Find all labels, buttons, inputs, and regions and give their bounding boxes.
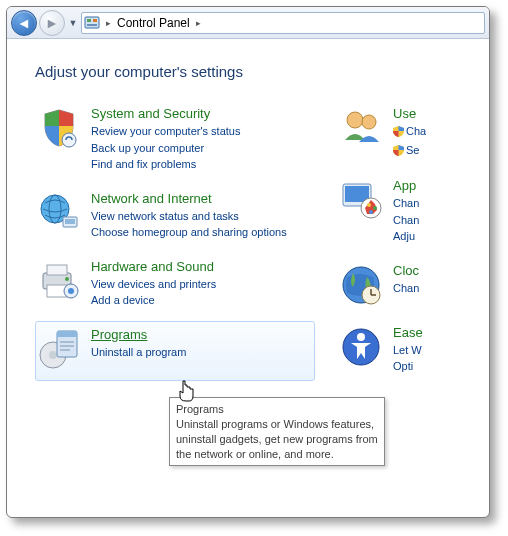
category-link[interactable]: Chan: [393, 280, 419, 297]
svg-rect-2: [93, 19, 97, 22]
category-link[interactable]: View network status and tasks: [91, 208, 287, 225]
back-button[interactable]: ◄: [11, 10, 37, 36]
forward-button[interactable]: ►: [39, 10, 65, 36]
svg-rect-18: [57, 331, 77, 337]
category-link[interactable]: Adju: [393, 228, 419, 245]
tooltip-title: Programs: [176, 402, 378, 417]
category-link[interactable]: Add a device: [91, 292, 216, 309]
clock-globe-icon: [339, 263, 383, 307]
svg-rect-8: [65, 219, 75, 224]
category-user-accounts[interactable]: Use Cha Se: [339, 100, 481, 170]
category-title[interactable]: Programs: [91, 327, 186, 342]
category-link[interactable]: Review your computer's status: [91, 123, 240, 140]
svg-rect-19: [60, 341, 74, 343]
breadcrumb-item[interactable]: Control Panel: [117, 16, 190, 30]
category-title[interactable]: Ease: [393, 325, 423, 340]
svg-rect-1: [87, 19, 91, 22]
category-title[interactable]: Cloc: [393, 263, 419, 278]
svg-rect-3: [87, 24, 97, 26]
category-title[interactable]: App: [393, 178, 419, 193]
svg-rect-10: [47, 265, 67, 275]
svg-point-12: [65, 277, 69, 281]
svg-point-28: [373, 206, 377, 210]
uac-shield-icon: [393, 125, 404, 142]
category-network-internet[interactable]: Network and Internet View network status…: [35, 185, 315, 251]
category-title[interactable]: Use: [393, 106, 426, 121]
svg-point-29: [369, 210, 373, 214]
svg-point-22: [347, 112, 363, 128]
programs-icon: [37, 327, 81, 371]
svg-point-14: [68, 288, 74, 294]
category-link[interactable]: Let W: [393, 342, 423, 359]
category-link[interactable]: Se: [393, 142, 426, 161]
category-appearance[interactable]: App Chan Chan Adju: [339, 172, 481, 255]
tooltip-body: Uninstall programs or Windows features, …: [176, 417, 378, 462]
printer-icon: [37, 259, 81, 303]
svg-point-35: [357, 333, 365, 341]
chevron-right-icon: ▸: [104, 18, 113, 28]
category-link[interactable]: Back up your computer: [91, 140, 240, 157]
control-panel-icon: [84, 15, 100, 31]
svg-point-4: [62, 133, 76, 147]
category-columns: System and Security Review your computer…: [35, 100, 481, 387]
category-programs[interactable]: Programs Uninstall a program: [35, 321, 315, 381]
page-title: Adjust your computer's settings: [35, 63, 481, 80]
category-hardware-sound[interactable]: Hardware and Sound View devices and prin…: [35, 253, 315, 319]
nav-history-dropdown[interactable]: ▼: [67, 10, 79, 36]
left-column: System and Security Review your computer…: [35, 100, 315, 387]
category-link[interactable]: Choose homegroup and sharing options: [91, 224, 287, 241]
globe-network-icon: [37, 191, 81, 235]
category-link[interactable]: Find and fix problems: [91, 156, 240, 173]
category-link[interactable]: Chan: [393, 195, 419, 212]
shield-icon: [37, 106, 81, 150]
users-icon: [339, 106, 383, 150]
svg-rect-0: [85, 17, 99, 28]
content-area: Adjust your computer's settings: [7, 39, 489, 395]
svg-point-23: [362, 115, 376, 129]
svg-point-16: [49, 351, 57, 359]
category-link[interactable]: Uninstall a program: [91, 344, 186, 361]
address-bar[interactable]: ▸ Control Panel ▸: [81, 12, 485, 34]
category-link[interactable]: View devices and printers: [91, 276, 216, 293]
category-clock[interactable]: Cloc Chan: [339, 257, 481, 317]
category-system-security[interactable]: System and Security Review your computer…: [35, 100, 315, 183]
category-title[interactable]: System and Security: [91, 106, 240, 121]
svg-rect-21: [60, 349, 70, 351]
svg-rect-20: [60, 345, 74, 347]
arrow-right-icon: ►: [45, 16, 59, 30]
ease-of-access-icon: [339, 325, 383, 369]
category-link[interactable]: Opti: [393, 358, 423, 375]
appearance-icon: [339, 178, 383, 222]
chevron-right-icon: ▸: [194, 18, 203, 28]
control-panel-window: ◄ ► ▼ ▸ Control Panel ▸ Adjust your comp…: [6, 6, 490, 518]
category-title[interactable]: Hardware and Sound: [91, 259, 216, 274]
svg-point-27: [367, 203, 371, 207]
tooltip: Programs Uninstall programs or Windows f…: [169, 397, 385, 466]
right-column: Use Cha Se: [339, 100, 481, 387]
category-title[interactable]: Network and Internet: [91, 191, 287, 206]
category-link[interactable]: Cha: [393, 123, 426, 142]
category-ease-of-access[interactable]: Ease Let W Opti: [339, 319, 481, 385]
arrow-left-icon: ◄: [17, 16, 31, 30]
category-link[interactable]: Chan: [393, 212, 419, 229]
uac-shield-icon: [393, 144, 404, 161]
nav-bar: ◄ ► ▼ ▸ Control Panel ▸: [7, 7, 489, 39]
